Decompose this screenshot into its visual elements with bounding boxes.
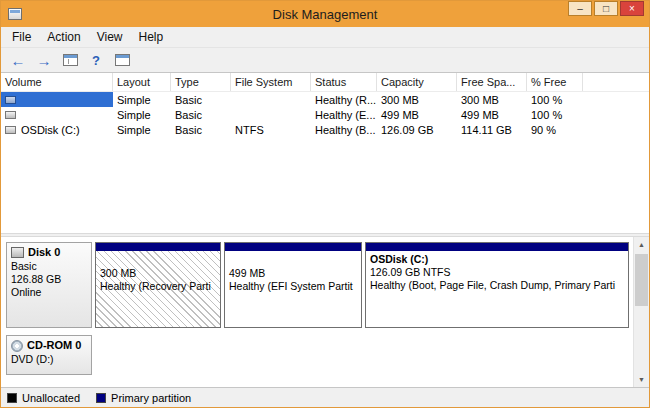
- disk-0-size: 126.88 GB: [11, 273, 87, 286]
- status-cell: Healthy (E...: [311, 109, 377, 121]
- forward-button[interactable]: →: [32, 50, 56, 71]
- close-button[interactable]: ×: [620, 1, 644, 16]
- scroll-up-arrow-icon[interactable]: ▲: [634, 237, 649, 252]
- free-space-cell: 499 MB: [457, 109, 527, 121]
- pct-free-cell: 100 %: [527, 109, 583, 121]
- capacity-cell: 126.09 GB: [377, 124, 457, 136]
- legend-primary-partition: Primary partition: [96, 392, 191, 404]
- title-bar[interactable]: Disk Management – □ ×: [1, 1, 649, 27]
- partition-size: 126.09 GB NTFS: [370, 266, 624, 279]
- back-icon: ←: [11, 53, 26, 68]
- help-button[interactable]: ?: [84, 50, 108, 71]
- caption-buttons: – □ ×: [568, 1, 644, 16]
- pct-free-cell: 100 %: [527, 94, 583, 106]
- disk-0-status: Online: [11, 286, 87, 299]
- layout-cell: Simple: [113, 109, 171, 121]
- free-space-cell: 300 MB: [457, 94, 527, 106]
- hard-disk-icon: [11, 247, 24, 258]
- primary-partition-strip: [225, 243, 361, 251]
- disk-row-cdrom: CD-ROM 0 DVD (D:): [6, 335, 629, 375]
- column-header-capacity[interactable]: Capacity: [377, 73, 457, 91]
- volume-cell[interactable]: [1, 107, 113, 122]
- legend-bar: Unallocated Primary partition: [1, 387, 649, 407]
- capacity-cell: 499 MB: [377, 109, 457, 121]
- partition-size: 499 MB: [229, 267, 357, 280]
- cdrom-0-label[interactable]: CD-ROM 0 DVD (D:): [6, 335, 92, 375]
- menu-bar: File Action View Help: [1, 27, 649, 48]
- layout-cell: Simple: [113, 124, 171, 136]
- scrollbar-thumb[interactable]: [635, 254, 648, 306]
- forward-icon: →: [37, 53, 52, 68]
- toolbar: ← → ?: [1, 48, 649, 73]
- volume-cell[interactable]: OSDisk (C:): [1, 122, 113, 137]
- column-header-filler: [583, 73, 649, 91]
- primary-partition-strip: [366, 243, 628, 251]
- cdrom-0-name: CD-ROM 0: [27, 339, 81, 352]
- menu-help[interactable]: Help: [131, 28, 172, 46]
- disk-management-window: Disk Management – □ × File Action View H…: [0, 0, 650, 408]
- type-cell: Basic: [171, 109, 231, 121]
- layout-cell: Simple: [113, 94, 171, 106]
- partition-osdisk[interactable]: OSDisk (C:) 126.09 GB NTFS Healthy (Boot…: [365, 242, 629, 328]
- capacity-cell: 300 MB: [377, 94, 457, 106]
- column-header-free-space[interactable]: Free Spa...: [457, 73, 527, 91]
- volume-cell[interactable]: [1, 92, 113, 107]
- volume-table-header: Volume Layout Type File System Status Ca…: [1, 73, 649, 92]
- maximize-button[interactable]: □: [594, 1, 618, 16]
- partition-status: Healthy (Boot, Page File, Crash Dump, Pr…: [370, 279, 624, 292]
- volume-name: OSDisk (C:): [21, 124, 80, 136]
- cdrom-0-area: [95, 335, 629, 375]
- volume-drive-icon: [5, 111, 16, 119]
- disk-0-type: Basic: [11, 260, 87, 273]
- back-button[interactable]: ←: [6, 50, 30, 71]
- type-cell: Basic: [171, 94, 231, 106]
- volume-drive-icon: [5, 96, 16, 104]
- column-header-type[interactable]: Type: [171, 73, 231, 91]
- column-header-pct-free[interactable]: % Free: [527, 73, 583, 91]
- partition-efi[interactable]: 499 MB Healthy (EFI System Partit: [224, 242, 362, 328]
- file-system-cell: NTFS: [231, 124, 311, 136]
- status-cell: Healthy (B...: [311, 124, 377, 136]
- show-console-tree-icon: [63, 54, 78, 66]
- disk-row-0: Disk 0 Basic 126.88 GB Online 300 MB Hea…: [6, 242, 629, 328]
- menu-view[interactable]: View: [89, 28, 131, 46]
- volume-row-recovery[interactable]: Simple Basic Healthy (R... 300 MB 300 MB…: [1, 92, 649, 107]
- column-header-layout[interactable]: Layout: [113, 73, 171, 91]
- console-window-button[interactable]: [110, 50, 134, 71]
- window-title: Disk Management: [1, 7, 649, 22]
- scroll-down-arrow-icon[interactable]: ▼: [634, 372, 649, 387]
- disk-0-name: Disk 0: [28, 246, 60, 259]
- column-header-file-system[interactable]: File System: [231, 73, 311, 91]
- show-console-tree-button[interactable]: [58, 50, 82, 71]
- volume-drive-icon: [5, 126, 16, 134]
- graphical-view-scrollbar[interactable]: ▲ ▼: [633, 237, 649, 387]
- column-header-volume[interactable]: Volume: [1, 73, 113, 91]
- volume-row-efi[interactable]: Simple Basic Healthy (E... 499 MB 499 MB…: [1, 107, 649, 122]
- primary-partition-swatch: [96, 393, 106, 403]
- app-icon: [8, 8, 22, 20]
- primary-partition-strip: [96, 243, 220, 251]
- volume-list-pane: Volume Layout Type File System Status Ca…: [1, 73, 649, 233]
- partition-size: 300 MB: [100, 267, 216, 280]
- cdrom-0-title: CD-ROM 0: [11, 339, 87, 352]
- menu-action[interactable]: Action: [39, 28, 88, 46]
- partition-recovery[interactable]: 300 MB Healthy (Recovery Parti: [95, 242, 221, 328]
- free-space-cell: 114.11 GB: [457, 124, 527, 136]
- legend-unallocated: Unallocated: [7, 392, 80, 404]
- menu-file[interactable]: File: [4, 28, 39, 46]
- graphical-view-pane: Disk 0 Basic 126.88 GB Online 300 MB Hea…: [1, 237, 649, 387]
- disk-0-label[interactable]: Disk 0 Basic 126.88 GB Online: [6, 242, 92, 328]
- minimize-button[interactable]: –: [568, 1, 592, 16]
- legend-label: Primary partition: [111, 392, 191, 404]
- partition-status: Healthy (Recovery Parti: [100, 280, 216, 293]
- pct-free-cell: 90 %: [527, 124, 583, 136]
- column-header-status[interactable]: Status: [311, 73, 377, 91]
- cdrom-icon: [11, 340, 23, 352]
- scrollbar-track[interactable]: [634, 252, 649, 372]
- disk-0-partitions: 300 MB Healthy (Recovery Parti 499 MB He…: [95, 242, 629, 328]
- console-window-icon: [115, 54, 130, 66]
- volume-row-osdisk[interactable]: OSDisk (C:) Simple Basic NTFS Healthy (B…: [1, 122, 649, 137]
- legend-label: Unallocated: [22, 392, 80, 404]
- type-cell: Basic: [171, 124, 231, 136]
- partition-name: OSDisk (C:): [370, 253, 624, 266]
